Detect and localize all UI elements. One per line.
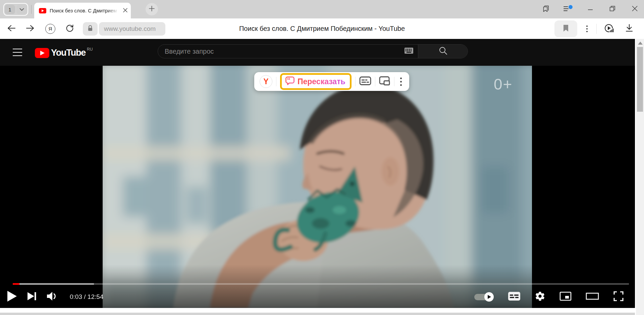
- play-button[interactable]: [6, 290, 17, 304]
- bookmark-flag-icon: [562, 24, 569, 34]
- progress-buffered: [13, 283, 94, 285]
- download-icon: [625, 24, 633, 34]
- toolbar-divider: [596, 24, 597, 34]
- progress-played: [13, 283, 19, 285]
- gear-icon: [535, 291, 545, 303]
- window-controls: [541, 0, 639, 18]
- tab-count-badge[interactable]: 1: [5, 5, 15, 14]
- panels-bookmark-icon: [542, 5, 550, 14]
- toolbar-menu-button[interactable]: [579, 18, 595, 39]
- omnibox-page-title[interactable]: Поиск без слов. С Дмитрием Побединским -…: [174, 18, 470, 39]
- youtube-logo-text: YouTube: [51, 48, 86, 58]
- fullscreen-icon: [613, 291, 624, 303]
- yandex-search-button[interactable]: Я: [42, 18, 58, 39]
- toolbar-divider: [394, 77, 394, 86]
- captions-icon: [508, 292, 521, 302]
- play-equalizer-icon: [604, 23, 614, 35]
- active-tab[interactable]: Поиск без слов. С Дмитрием Побединским -…: [34, 3, 131, 18]
- yandex-ya-icon: Я: [45, 24, 55, 34]
- toolbar-divider: [355, 77, 356, 86]
- arrow-left-icon: [7, 24, 16, 34]
- browser-menu-button[interactable]: [564, 5, 573, 14]
- downloads-button[interactable]: [621, 18, 637, 39]
- youtube-favicon: [39, 8, 46, 13]
- browser-toolbar: Я www.youtube.com Поиск без слов. С Дмит…: [0, 18, 644, 39]
- new-tab-button[interactable]: [146, 3, 158, 15]
- volume-icon: [46, 291, 58, 303]
- play-icon: [6, 290, 17, 304]
- url-text: www.youtube.com: [104, 25, 156, 33]
- toolbar-divider: [375, 77, 375, 86]
- close-window-button[interactable]: [630, 5, 639, 14]
- theater-icon: [586, 292, 599, 302]
- guide-menu-button[interactable]: [13, 48, 23, 57]
- yandex-video-toolbar: Y “ Пересказать: [254, 72, 409, 91]
- tabstrip-divider: [31, 5, 32, 14]
- player-bottom-gradient: [103, 264, 532, 308]
- side-panels-button[interactable]: [541, 5, 551, 14]
- youtube-logo[interactable]: YouTube RU: [35, 47, 93, 58]
- scrollbar-up-arrow[interactable]: [638, 42, 643, 45]
- refresh-icon: [65, 24, 74, 34]
- time-display: 0:03 / 12:54: [70, 293, 103, 301]
- plus-icon: [149, 6, 155, 13]
- youtube-region-code: RU: [87, 47, 93, 52]
- theater-mode-button[interactable]: [586, 292, 599, 302]
- age-rating-badge: 0+: [494, 75, 513, 93]
- video-player[interactable]: Y “ Пересказать 0+: [0, 66, 644, 308]
- settings-button[interactable]: [535, 291, 545, 303]
- captions-button[interactable]: [508, 292, 521, 302]
- tab-strip: 1 Поиск без слов. С Дмитрием Побединским…: [0, 0, 644, 18]
- toggle-knob-play-icon: [484, 292, 494, 302]
- fullscreen-button[interactable]: [613, 291, 624, 303]
- back-button[interactable]: [3, 18, 19, 39]
- scrollbar-thumb[interactable]: [637, 47, 643, 112]
- progress-bar[interactable]: [13, 283, 629, 285]
- youtube-masthead: YouTube RU Войти: [0, 39, 644, 66]
- tab-title: Поиск без слов. С Дмитрием Побединским -…: [50, 8, 120, 13]
- search-icon: [438, 46, 448, 57]
- bookmark-button[interactable]: [554, 20, 577, 37]
- player-controls-right: [473, 288, 624, 306]
- volume-button[interactable]: [46, 291, 58, 303]
- reload-button[interactable]: [62, 18, 78, 39]
- tab-close-icon[interactable]: [123, 8, 127, 14]
- video-translate-button[interactable]: [601, 18, 617, 39]
- subtitles-button[interactable]: [359, 76, 371, 87]
- svg-text:“: “: [287, 76, 291, 84]
- toolbar-divider: [276, 77, 276, 86]
- search-input[interactable]: [158, 45, 405, 58]
- restore-button[interactable]: [608, 5, 617, 14]
- picture-in-picture-icon: [379, 76, 390, 87]
- search-button[interactable]: [418, 45, 468, 58]
- next-button[interactable]: [27, 291, 37, 303]
- player-controls-left: 0:03 / 12:54: [6, 288, 103, 306]
- next-icon: [27, 291, 37, 303]
- miniplayer-button[interactable]: [559, 292, 572, 302]
- toolbar-more-button[interactable]: [398, 77, 404, 86]
- tab-list-chevron-button[interactable]: [16, 5, 27, 14]
- quote-bubble-icon: “: [285, 76, 295, 87]
- scrollbar[interactable]: [635, 39, 644, 315]
- page-bottom-line: [0, 313, 644, 315]
- keyboard-icon[interactable]: [405, 47, 413, 55]
- minimize-icon: [588, 6, 593, 13]
- yandex-y-icon[interactable]: Y: [260, 75, 272, 88]
- close-icon: [632, 6, 638, 13]
- address-bar[interactable]: www.youtube.com: [99, 22, 165, 36]
- site-security-button[interactable]: [83, 22, 98, 36]
- kebab-menu-icon: [586, 25, 588, 32]
- arrow-right-icon: [25, 24, 35, 34]
- minimize-button[interactable]: [586, 5, 595, 14]
- restore-windows-icon: [609, 5, 616, 13]
- progress-track: [13, 283, 629, 285]
- youtube-play-icon: [35, 48, 49, 58]
- summarize-label: Пересказать: [298, 77, 345, 86]
- picture-in-picture-button[interactable]: [379, 76, 390, 87]
- tab-counter-group[interactable]: 1: [3, 3, 28, 16]
- summarize-button[interactable]: “ Пересказать: [280, 73, 352, 90]
- forward-button[interactable]: [22, 18, 38, 39]
- video-frame[interactable]: [103, 66, 532, 308]
- subtitles-icon: [359, 76, 371, 87]
- autoplay-toggle[interactable]: [473, 292, 494, 302]
